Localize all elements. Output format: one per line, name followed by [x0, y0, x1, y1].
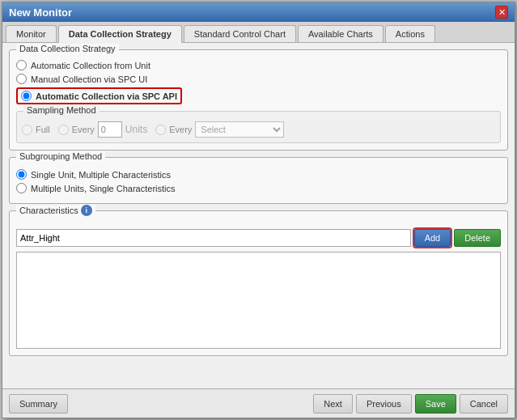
- radio-single-unit[interactable]: [16, 169, 27, 180]
- highlight-box: Automatic Collection via SPC API: [16, 87, 182, 104]
- footer-right: Next Previous Save Cancel: [313, 394, 508, 414]
- radio-sampling-every2[interactable]: [155, 125, 166, 135]
- window-title: New Monitor: [9, 6, 72, 19]
- radio-auto-unit[interactable]: [16, 60, 27, 70]
- close-button[interactable]: ✕: [495, 6, 508, 19]
- sampling-every1-option: Every Units: [58, 121, 147, 138]
- save-button[interactable]: Save: [415, 394, 456, 414]
- subgroup-option-single: Single Unit, Multiple Characteristics: [16, 169, 501, 180]
- characteristics-input[interactable]: [16, 229, 411, 247]
- radio-auto-unit-label: Automatic Collection from Unit: [31, 61, 150, 70]
- data-collection-strategy-section: Data Collection Strategy Automatic Colle…: [9, 49, 508, 151]
- radio-manual-spc[interactable]: [16, 74, 27, 84]
- summary-button[interactable]: Summary: [9, 394, 68, 414]
- characteristics-title: Characteristics i: [16, 205, 95, 216]
- sampling-full-label: Full: [36, 125, 50, 134]
- next-button[interactable]: Next: [313, 394, 353, 414]
- dcs-section-inner: Automatic Collection from Unit Manual Co…: [16, 57, 501, 143]
- subgrouping-section: Subgrouping Method Single Unit, Multiple…: [9, 157, 508, 204]
- characteristics-inner: Add Delete: [16, 218, 501, 349]
- previous-button[interactable]: Previous: [356, 394, 412, 414]
- radio-multiple-units-label: Multiple Units, Single Characteristics: [31, 184, 176, 193]
- tab-data-collection-strategy[interactable]: Data Collection Strategy: [58, 25, 182, 43]
- tab-standard-control-chart[interactable]: Standard Control Chart: [184, 25, 296, 42]
- characteristics-controls: Add Delete: [16, 229, 501, 247]
- tab-monitor[interactable]: Monitor: [6, 25, 57, 42]
- radio-auto-spc-api-label: Automatic Collection via SPC API: [36, 91, 177, 101]
- radio-option-manual-spc: Manual Collection via SPC UI: [16, 74, 501, 84]
- delete-button[interactable]: Delete: [454, 229, 501, 247]
- tab-available-charts[interactable]: Available Charts: [298, 25, 384, 42]
- characteristics-list: [16, 252, 501, 349]
- characteristics-section: Characteristics i Add Delete: [9, 210, 508, 356]
- radio-option-auto-spc-api: Automatic Collection via SPC API: [16, 87, 501, 104]
- tab-actions[interactable]: Actions: [385, 25, 435, 42]
- sampling-row: Full Every Units Every: [22, 117, 495, 138]
- sampling-every2-label: Every: [169, 125, 192, 134]
- dcs-section-title: Data Collection Strategy: [16, 44, 119, 53]
- sampling-units-label: Units: [125, 124, 147, 135]
- radio-single-unit-label: Single Unit, Multiple Characteristics: [31, 170, 171, 180]
- sampling-full-option: Full: [22, 125, 50, 135]
- subgrouping-inner: Single Unit, Multiple Characteristics Mu…: [16, 164, 501, 193]
- subgrouping-title: Subgrouping Method: [16, 151, 105, 161]
- footer-left: Summary: [9, 394, 68, 414]
- radio-auto-spc-api[interactable]: [21, 91, 32, 101]
- radio-sampling-every1[interactable]: [58, 125, 69, 135]
- sampling-every1-label: Every: [72, 125, 95, 134]
- main-window: New Monitor ✕ Monitor Data Collection St…: [2, 2, 515, 418]
- radio-manual-spc-label: Manual Collection via SPC UI: [31, 74, 147, 84]
- sampling-every1-input[interactable]: [98, 121, 122, 138]
- cancel-button[interactable]: Cancel: [460, 394, 508, 414]
- content-area: Data Collection Strategy Automatic Colle…: [2, 43, 515, 388]
- sampling-title: Sampling Method: [23, 105, 100, 115]
- subgroup-option-multiple: Multiple Units, Single Characteristics: [16, 183, 501, 193]
- sampling-every2-option: Every Select: [155, 121, 284, 138]
- radio-option-auto-unit: Automatic Collection from Unit: [16, 60, 501, 70]
- radio-sampling-full[interactable]: [22, 125, 32, 135]
- tab-bar: Monitor Data Collection Strategy Standar…: [2, 22, 515, 43]
- add-button[interactable]: Add: [414, 229, 451, 247]
- title-bar: New Monitor ✕: [2, 2, 515, 22]
- footer: Summary Next Previous Save Cancel: [2, 388, 515, 418]
- close-icon: ✕: [498, 7, 506, 18]
- radio-multiple-units[interactable]: [16, 183, 27, 193]
- info-icon[interactable]: i: [81, 205, 92, 216]
- sampling-select[interactable]: Select: [195, 121, 284, 138]
